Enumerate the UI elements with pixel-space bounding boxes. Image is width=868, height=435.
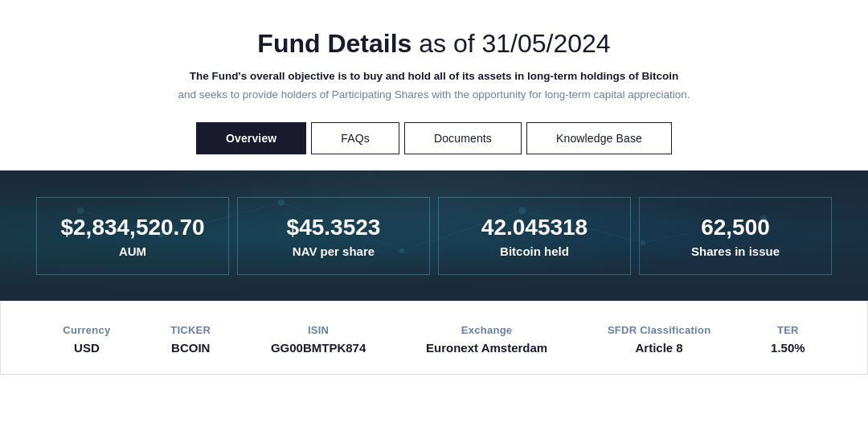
fund-info-section: Currency USD TICKER BCOIN ISIN GG00BMTPK…: [0, 301, 868, 375]
stat-value-nav: $45.3523: [260, 214, 407, 241]
info-value-currency: USD: [63, 341, 110, 355]
info-value-ticker: BCOIN: [170, 341, 211, 355]
header-section: Fund Details as of 31/05/2024 The Fund's…: [0, 0, 868, 170]
stat-value-aum: $2,834,520.70: [59, 214, 206, 241]
stat-value-shares: 62,500: [662, 214, 809, 241]
stat-value-bitcoin: 42.045318: [461, 214, 608, 241]
info-col-ter: TER 1.50%: [763, 324, 813, 355]
stat-card-bitcoin: 42.045318 Bitcoin held: [438, 197, 631, 275]
info-header-currency: Currency: [63, 324, 110, 336]
info-header-sfdr: SFDR Classification: [608, 324, 710, 336]
stat-card-aum: $2,834,520.70 AUM: [36, 197, 229, 275]
info-col-ticker: TICKER BCOIN: [162, 324, 219, 355]
info-header-ter: TER: [771, 324, 805, 336]
info-header-isin: ISIN: [271, 324, 366, 336]
info-header-exchange: Exchange: [426, 324, 547, 336]
info-value-sfdr: Article 8: [608, 341, 710, 355]
stat-label-aum: AUM: [59, 244, 206, 258]
info-col-currency: Currency USD: [55, 324, 118, 355]
stat-card-nav: $45.3523 NAV per share: [237, 197, 430, 275]
info-col-isin: ISIN GG00BMTPK874: [263, 324, 374, 355]
page-title: Fund Details as of 31/05/2024: [64, 29, 804, 59]
tab-knowledge-base[interactable]: Knowledge Base: [526, 122, 672, 154]
subtitle-light: and seeks to provide holders of Particip…: [64, 87, 804, 103]
tab-navigation: Overview FAQs Documents Knowledge Base: [64, 122, 804, 154]
subtitle-bold: The Fund's overall objective is to buy a…: [64, 70, 804, 82]
info-value-ter: 1.50%: [771, 341, 805, 355]
info-value-isin: GG00BMTPK874: [271, 341, 366, 355]
stat-label-bitcoin: Bitcoin held: [461, 244, 608, 258]
stats-banner: $2,834,520.70 AUM $45.3523 NAV per share…: [0, 170, 868, 301]
stat-card-shares: 62,500 Shares in issue: [639, 197, 832, 275]
fund-info-table: Currency USD TICKER BCOIN ISIN GG00BMTPK…: [33, 324, 835, 355]
stat-label-nav: NAV per share: [260, 244, 407, 258]
info-header-ticker: TICKER: [170, 324, 211, 336]
stat-label-shares: Shares in issue: [662, 244, 809, 258]
tab-documents[interactable]: Documents: [404, 122, 522, 154]
info-col-exchange: Exchange Euronext Amsterdam: [418, 324, 555, 355]
tab-faqs[interactable]: FAQs: [311, 122, 399, 154]
info-col-sfdr: SFDR Classification Article 8: [600, 324, 719, 355]
info-value-exchange: Euronext Amsterdam: [426, 341, 547, 355]
page-wrapper: Fund Details as of 31/05/2024 The Fund's…: [0, 0, 868, 375]
tab-overview[interactable]: Overview: [196, 122, 306, 154]
